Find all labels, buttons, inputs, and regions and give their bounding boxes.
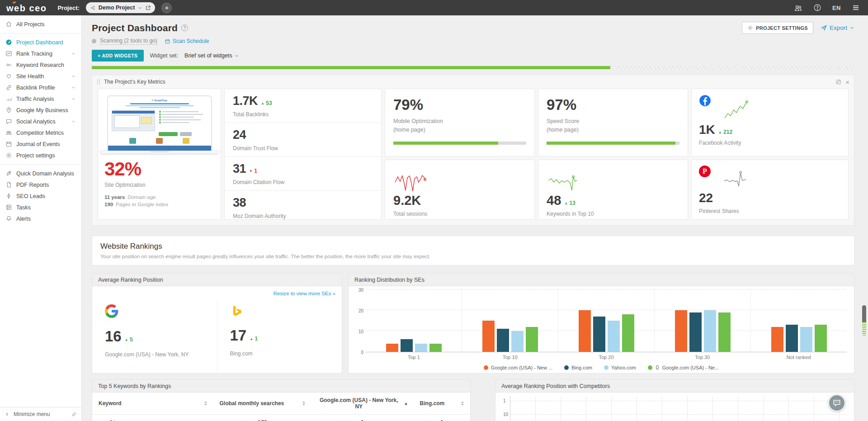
- paper-plane-icon: [821, 24, 827, 31]
- edit-widget-icon[interactable]: [835, 79, 842, 85]
- bar-yahoo-com-top-20: [608, 321, 620, 352]
- bar-google-com-usa-ne-top-1: [429, 344, 442, 352]
- help-icon[interactable]: [813, 4, 821, 12]
- project-selector[interactable]: Demo Project: [86, 2, 156, 13]
- sidebar-item-seo-leads[interactable]: SEO Leads: [0, 190, 81, 202]
- pin-icon[interactable]: [71, 412, 77, 417]
- facebook-value: 1K: [699, 123, 715, 137]
- resize-ses-link[interactable]: Resize to view more SEs »: [274, 291, 335, 296]
- sidebar-item-site-health[interactable]: Site Health: [0, 71, 81, 82]
- users-icon[interactable]: [794, 4, 802, 12]
- sidebar-item-alerts[interactable]: Alerts: [0, 213, 81, 224]
- top-keywords-title: Top 5 Keywords by Rankings: [92, 380, 470, 393]
- binoculars-icon: [5, 129, 12, 136]
- top-keywords-panel: Top 5 Keywords by Rankings KeywordGlobal…: [92, 379, 471, 421]
- sidebar-item-project-dashboard[interactable]: Project Dashboard: [0, 37, 81, 48]
- column-header-keyword[interactable]: Keyword: [92, 393, 213, 415]
- bar-google-com-usa-ne-top-20: [622, 314, 634, 352]
- bar-bing-com-top-10: [497, 329, 509, 352]
- legend-bing-com[interactable]: Bing.com: [564, 364, 592, 370]
- link-icon: [5, 84, 12, 91]
- gear-icon: [747, 25, 753, 31]
- total-sessions-card: 9.2K Total sessions: [385, 160, 535, 220]
- chevron-down-icon: [71, 96, 76, 101]
- add-project-button[interactable]: +: [161, 3, 172, 13]
- google-ranking: 16▲ 5 Google.com (USA) - New York, NY: [92, 302, 217, 373]
- column-header-global-monthly-searches[interactable]: Global monthly searches: [213, 393, 311, 415]
- metric-moz-domain-authority: 38Moz Domain Authority: [225, 191, 381, 224]
- project-settings-button[interactable]: PROJECT SETTINGS: [742, 22, 813, 34]
- legend-yahoo-com[interactable]: Yahoo.com: [604, 364, 636, 370]
- page-help-icon[interactable]: ?: [181, 24, 188, 31]
- scrollbar-thumb[interactable]: [862, 305, 866, 322]
- sort-icon[interactable]: [200, 401, 207, 406]
- keywords-top10-card: 48▲ 13 Keywords in Top 10: [538, 160, 688, 220]
- keywords-sparkline: [547, 171, 679, 194]
- column-header-bing-com[interactable]: Bing.com: [414, 393, 470, 415]
- collapse-icon[interactable]: [5, 412, 10, 417]
- sidebar-item-google-my-business[interactable]: Google My Business: [0, 104, 81, 116]
- table-row: email tray17011: [92, 415, 470, 421]
- rank-icon: [5, 50, 12, 57]
- sidebar-item-keyword-research[interactable]: Keyword Research: [0, 59, 81, 71]
- sidebar-item-traffic-analysis[interactable]: Traffic Analysis: [0, 93, 81, 104]
- bar-google-com-usa-ne-top-10: [526, 327, 538, 352]
- key-metrics-widget: The Project's Key Metrics × ✔ EmailTray: [92, 75, 854, 226]
- sidebar-item-competitor-metrics[interactable]: Competitor Metrics: [0, 127, 81, 138]
- chevron-down-icon: [71, 51, 76, 56]
- competitors-chart-plot: 1 10: [510, 396, 849, 421]
- bar-bing-com-top-20: [593, 317, 605, 352]
- scan-progress-bar: [92, 66, 854, 69]
- sidebar-item-pdf-reports[interactable]: PDF Reports: [0, 179, 81, 190]
- chevron-down-icon: [849, 25, 854, 30]
- sort-icon[interactable]: [400, 402, 407, 405]
- x-label-top-20: Top 20: [558, 352, 655, 360]
- bar-chart-plot: [366, 290, 847, 352]
- language-selector[interactable]: EN: [832, 5, 841, 11]
- close-widget-icon[interactable]: ×: [845, 79, 849, 85]
- bar-bing-com-top-30: [689, 312, 702, 352]
- sidebar-item-rank-tracking[interactable]: Rank Tracking: [0, 48, 81, 59]
- keywords-top10-value: 48: [547, 193, 561, 208]
- sidebar-item-quick-domain-analysis[interactable]: Quick Domain Analysis: [0, 168, 81, 179]
- sort-icon[interactable]: [298, 401, 305, 406]
- chevron-down-icon: [71, 74, 76, 79]
- external-link-icon[interactable]: [145, 5, 151, 11]
- scanning-status[interactable]: Scanning (2 tools to go): [100, 38, 157, 45]
- webceo-logo[interactable]: web ceo: [6, 2, 47, 14]
- column-header-google-com-usa-new-york-ny[interactable]: Google.com (USA) - New York, NY: [311, 393, 414, 415]
- sidebar-item-backlink-profile[interactable]: Backlink Profile: [0, 82, 81, 93]
- bar-google-com-usa-ne-not-ranked: [815, 325, 827, 352]
- add-widgets-button[interactable]: + ADD WIDGETS: [92, 50, 144, 61]
- scrollbar-progress-stripes: [862, 322, 866, 336]
- speed-score-card: 97% Speed Score(home page): [538, 89, 688, 156]
- widget-set-select[interactable]: Brief set of widgets: [184, 52, 239, 59]
- sidebar-item-project-settings[interactable]: Project settings: [0, 150, 81, 161]
- website-rankings-subtitle: Your site position on search engine resu…: [100, 254, 846, 259]
- minimize-menu-label[interactable]: Minimize menu: [14, 411, 50, 417]
- x-label-top-10: Top 10: [462, 352, 558, 360]
- sidebar-item-journal-of-events[interactable]: Journal of Events: [0, 138, 81, 150]
- sidebar-item-social-analytics[interactable]: Social Analytics: [0, 116, 81, 127]
- legend-google-com-usa-new[interactable]: Google.com (USA) - New ...: [484, 364, 552, 370]
- total-sessions-label: Total sessions: [393, 211, 526, 217]
- y-tick-1: 1: [503, 398, 506, 403]
- widget-set-label: Widget set:: [150, 52, 179, 59]
- x-label-top-1: Top 1: [366, 352, 462, 360]
- drag-handle-icon[interactable]: [97, 79, 100, 85]
- facebook-label: Facebook Activity: [699, 140, 841, 146]
- legend-google-com-usa-ne[interactable]: Google.com (USA) - Ne...: [648, 364, 719, 370]
- menu-icon[interactable]: [852, 4, 860, 12]
- main-content: Project Dashboard ? PROJECT SETTINGS Exp…: [82, 15, 868, 421]
- sidebar-item-all-projects[interactable]: All Projects: [0, 19, 81, 30]
- facebook-icon: [699, 95, 711, 107]
- export-button[interactable]: Export: [821, 24, 854, 31]
- scan-schedule-link[interactable]: Scan Schedule: [165, 38, 209, 44]
- page-scrollbar[interactable]: [862, 305, 866, 336]
- bar-yahoo-com-top-10: [511, 331, 524, 352]
- chat-icon: [5, 118, 12, 125]
- sidebar-item-tasks[interactable]: Tasks: [0, 202, 81, 213]
- table-header-row: KeywordGlobal monthly searchesGoogle.com…: [92, 393, 470, 415]
- sort-icon[interactable]: [457, 401, 464, 406]
- chat-button[interactable]: [828, 394, 845, 412]
